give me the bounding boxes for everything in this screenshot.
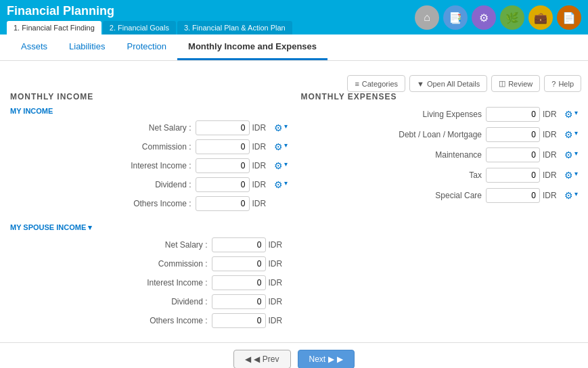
tax-dropdown-icon[interactable]: ▾ [574, 170, 578, 181]
dividend-dropdown-icon[interactable]: ▾ [284, 179, 288, 190]
special-care-input[interactable] [486, 188, 540, 203]
commission-currency: IDR [252, 142, 271, 152]
living-expenses-row: Living Expenses IDR ⚙ ▾ [301, 107, 579, 122]
interest-income-dropdown-icon[interactable]: ▾ [284, 160, 288, 171]
others-income-label: Others Income : [117, 199, 191, 208]
maintenance-label: Maintenance [414, 150, 482, 160]
sp-commission-input[interactable] [212, 256, 266, 271]
sp-net-salary-currency: IDR [269, 240, 288, 250]
living-expenses-input[interactable] [486, 107, 540, 122]
next-button[interactable]: Next ▶ ▶ [298, 350, 355, 368]
spouse-income-subtitle[interactable]: MY SPOUSE INCOME ▾ [10, 223, 288, 232]
living-expenses-currency: IDR [543, 110, 562, 119]
prev-icon: ◀ [245, 354, 251, 364]
sp-dividend-row: Dividend : IDR [10, 294, 288, 309]
others-income-row: Others Income : IDR ⚙ ▾ [10, 196, 288, 211]
my-income-subsection: MY INCOME Net Salary : IDR ⚙ ▾ Commissio… [10, 107, 288, 211]
open-all-icon: ▼ [417, 80, 424, 88]
debt-loan-dropdown-icon[interactable]: ▾ [574, 129, 578, 140]
debt-loan-gear-icon[interactable]: ⚙ [564, 129, 573, 140]
home-icon[interactable]: ⌂ [415, 5, 439, 30]
commission-label: Commission : [117, 142, 191, 152]
header-tab-1[interactable]: 1. Financial Fact Finding [7, 21, 101, 34]
tax-label: Tax [414, 170, 482, 180]
sp-others-income-label: Others Income : [133, 316, 208, 325]
book-icon[interactable]: 📑 [443, 5, 468, 30]
sp-others-income-input[interactable] [212, 313, 266, 328]
briefcase-icon[interactable]: 💼 [528, 5, 553, 30]
dividend-gear-icon[interactable]: ⚙ [274, 179, 283, 190]
header-tab-2[interactable]: 2. Financial Goals [103, 21, 176, 34]
commission-gear-icon[interactable]: ⚙ [274, 141, 283, 152]
net-salary-row: Net Salary : IDR ⚙ ▾ [10, 120, 288, 135]
sp-commission-label: Commission : [133, 259, 208, 269]
sp-commission-row: Commission : IDR [10, 256, 288, 271]
tax-gear-icon[interactable]: ⚙ [564, 170, 573, 181]
tab-protection[interactable]: Protection [116, 34, 178, 60]
my-income-subtitle[interactable]: MY INCOME [10, 107, 288, 115]
tax-currency: IDR [543, 170, 562, 180]
sp-others-income-currency: IDR [269, 316, 288, 325]
commission-dropdown-icon[interactable]: ▾ [284, 141, 288, 152]
leaf-icon[interactable]: 🌿 [500, 5, 524, 30]
special-care-label: Special Care [414, 191, 482, 200]
interest-income-label: Interest Income : [117, 161, 191, 170]
special-care-gear-icon[interactable]: ⚙ [564, 190, 573, 201]
interest-income-gear-icon[interactable]: ⚙ [274, 160, 283, 171]
others-income-input[interactable] [196, 196, 250, 211]
sp-net-salary-row: Net Salary : IDR [10, 237, 288, 252]
help-button[interactable]: ? Help [544, 75, 581, 92]
living-expenses-dropdown-icon[interactable]: ▾ [574, 109, 578, 120]
sp-net-salary-input[interactable] [212, 237, 266, 252]
tab-monthly-income-expenses[interactable]: Monthly Income and Expenses [177, 34, 327, 60]
sp-dividend-currency: IDR [269, 297, 288, 306]
open-all-details-button[interactable]: ▼ Open All Details [409, 75, 487, 92]
net-salary-gear-icon[interactable]: ⚙ [274, 122, 283, 133]
net-salary-currency: IDR [252, 123, 271, 133]
others-income-currency: IDR [252, 199, 271, 208]
categories-icon: ≡ [355, 80, 359, 88]
commission-input[interactable] [196, 139, 250, 154]
debt-loan-input[interactable] [486, 127, 540, 142]
tax-input[interactable] [486, 168, 540, 183]
dividend-row: Dividend : IDR ⚙ ▾ [10, 177, 288, 192]
sp-others-income-row: Others Income : IDR [10, 313, 288, 328]
maintenance-input[interactable] [486, 147, 540, 162]
spouse-income-subsection: MY SPOUSE INCOME ▾ Net Salary : IDR Comm… [10, 223, 288, 328]
tab-liabilities[interactable]: Liabilities [58, 34, 116, 60]
bottom-navigation: ◀ ◀ Prev Next ▶ ▶ [0, 342, 588, 368]
document-icon[interactable]: 📄 [557, 5, 581, 30]
sp-interest-income-input[interactable] [212, 275, 266, 290]
living-expenses-gear-icon[interactable]: ⚙ [564, 109, 573, 120]
maintenance-gear-icon[interactable]: ⚙ [564, 150, 573, 160]
special-care-row: Special Care IDR ⚙ ▾ [301, 188, 579, 203]
categories-button[interactable]: ≡ Categories [347, 75, 405, 92]
prev-button[interactable]: ◀ ◀ Prev [233, 350, 290, 368]
net-salary-label: Net Salary : [117, 123, 191, 133]
living-expenses-label: Living Expenses [414, 110, 482, 119]
tab-assets[interactable]: Assets [10, 34, 58, 60]
monthly-expenses-title: MONTHLY EXPENSES [301, 92, 579, 101]
tax-row: Tax IDR ⚙ ▾ [301, 168, 579, 183]
maintenance-row: Maintenance IDR ⚙ ▾ [301, 147, 579, 162]
sp-interest-income-row: Interest Income : IDR [10, 275, 288, 290]
interest-income-row: Interest Income : IDR ⚙ ▾ [10, 158, 288, 173]
net-salary-input[interactable] [196, 120, 250, 135]
interest-income-input[interactable] [196, 158, 250, 173]
next-icon: ▶ [337, 354, 343, 364]
commission-row: Commission : IDR ⚙ ▾ [10, 139, 288, 154]
sp-commission-currency: IDR [269, 259, 288, 269]
sp-interest-income-currency: IDR [269, 278, 288, 288]
sp-interest-income-label: Interest Income : [133, 278, 208, 288]
dividend-input[interactable] [196, 177, 250, 192]
review-button[interactable]: ◫ Review [491, 75, 540, 92]
gear-icon[interactable]: ⚙ [472, 5, 496, 30]
net-salary-dropdown-icon[interactable]: ▾ [284, 122, 288, 133]
sp-dividend-input[interactable] [212, 294, 266, 309]
header-tab-3[interactable]: 3. Financial Plan & Action Plan [177, 21, 292, 34]
dividend-label: Dividend : [117, 180, 191, 189]
maintenance-dropdown-icon[interactable]: ▾ [574, 150, 578, 160]
secondary-tabs: Assets Liabilities Protection Monthly In… [0, 34, 588, 61]
special-care-dropdown-icon[interactable]: ▾ [574, 190, 578, 201]
debt-loan-row: Debt / Loan / Mortgage IDR ⚙ ▾ [301, 127, 579, 142]
